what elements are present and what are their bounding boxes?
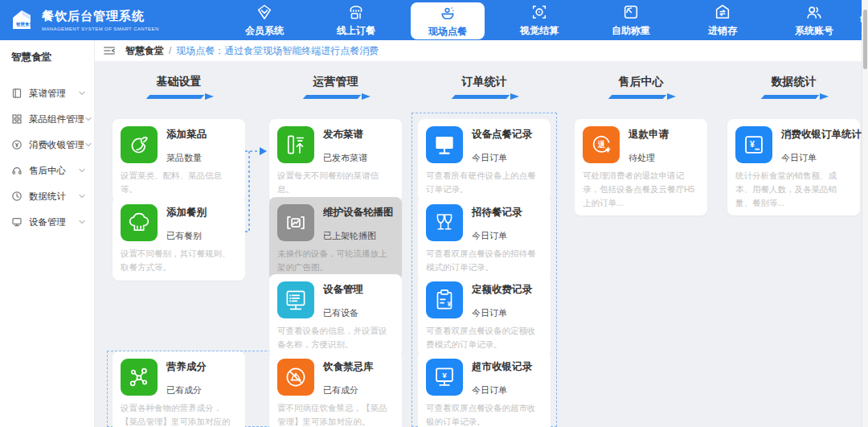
column-after-sales: 售后中心 退 退款申请 待处理 可处理消费者的退款申请记录，包括设备点餐及云餐厅… [575,62,707,427]
breadcrumb-separator: / [169,45,171,56]
sidebar-item-dish-components[interactable]: 菜品组件管理 [0,106,94,132]
card-subtitle: 已有成分 [166,384,207,396]
online-order-shop-icon [347,3,365,21]
breadcrumb-current: 现场点餐：通过食堂现场智能终端进行点餐消费 [176,44,379,58]
sidebar-title: 智慧食堂 [11,51,94,64]
card-title: 添加餐别 [166,206,207,220]
card-description: 未操作的设备，可轮流播放上架的广告图。 [277,247,394,274]
sidebar-item-menu-management[interactable]: 菜谱管理 [0,80,94,106]
card-subtitle: 今日订单 [781,152,862,164]
nav-online-ordering[interactable]: 线上订餐 [319,0,393,40]
card-description: 设置每天不同餐别的菜谱信息。 [277,169,394,196]
clipboard-yuan-icon: ¥ [426,281,463,318]
menu-book-icon [11,88,23,99]
nav-inventory[interactable]: 进销存 [686,0,760,40]
nav-system-account[interactable]: 系统账号 [777,0,851,40]
card-title: 退款申请 [628,128,669,142]
card-description: 设置各种食物的营养成分，【菜品管理】里可添加对应的食物及分... [121,401,237,427]
sidebar: 智慧食堂 菜谱管理 菜品组件管理 消费收银管理 售后中心 数据统计 设备管理 [0,40,95,427]
card-add-dish[interactable]: 添加菜品 菜品数量 设置菜类、配料、菜品信息等。 [113,119,245,203]
card-title: 发布菜谱 [323,128,367,142]
card-description: 可查看设备的信息，并设置设备名称，方便识别。 [277,324,394,351]
card-device-order-records[interactable]: 设备点餐记录 今日订单 可查看所有硬件设备上的点餐订单记录。 [418,119,551,203]
main-content: 基础设置 添加菜品 菜品数量 设置菜类、配料、菜品信息等。 [95,62,862,427]
card-description: 设置菜类、配料、菜品信息等。 [121,169,237,196]
visual-checkout-icon [530,3,548,21]
card-subtitle: 菜品数量 [166,152,207,164]
card-description: 可查看双屏点餐设备的定额收费模式的订单记录。 [426,324,542,351]
card-publish-menu[interactable]: 发布菜谱 已发布菜谱 设置每天不同餐别的菜谱信息。 [269,119,402,203]
app-subtitle: MANAGEMENT SYSTEM OF SMART CANTEEN [42,27,159,31]
app-title: 餐饮后台管理系统 [42,9,159,24]
yuan-square-icon: ¥ [735,126,772,163]
collapse-menu-icon[interactable] [103,45,116,56]
column-header: 运营管理 [269,75,402,101]
card-description: 可查看双屏点餐设备的招待餐模式的订单记录。 [426,247,542,274]
nav-visual-checkout[interactable]: 视觉结算 [502,0,576,40]
breadcrumb-root[interactable]: 智慧食堂 [125,44,164,58]
card-subtitle: 今日订单 [472,230,522,242]
sidebar-item-after-sales[interactable]: 售后中心 [0,158,94,183]
nav-self-weighing[interactable]: 自助称重 [594,0,668,40]
card-add-meal-type[interactable]: 添加餐别 已有餐别 设置不同餐别，其订餐规则、取餐方式等。 [113,197,245,281]
card-hospitality-meal-records[interactable]: 招待餐记录 今日订单 可查看双屏点餐设备的招待餐模式的订单记录。 [418,197,551,281]
card-subtitle: 今日订单 [472,384,532,396]
card-subtitle: 已有餐别 [166,230,207,242]
card-description: 统计分析食堂的销售额、成本、用餐人数，及各菜品销量、餐别等... [735,169,852,209]
card-subtitle: 已上架轮播图 [323,230,394,242]
card-title: 招待餐记录 [472,206,522,220]
card-fixed-fee-records[interactable]: ¥ 定额收费记录 今日订单 可查看双屏点餐设备的定额收费模式的订单记录。 [418,274,551,358]
card-device-management[interactable]: 设备管理 已有设备 可查看设备的信息，并设置设备名称，方便识别。 [269,274,402,358]
cashier-icon [11,139,23,150]
wine-glasses-icon [426,204,463,241]
sidebar-item-device-management[interactable]: 设备管理 [0,209,94,235]
card-title: 消费收银订单统计 [781,128,862,142]
arrow-swoosh-icon [301,93,371,101]
card-diet-taboo[interactable]: 饮食禁忌库 已有成分 置不同病症饮食禁忌，【菜品管理】里可添加对应的。 [269,351,402,427]
card-subtitle: 今日订单 [472,307,532,319]
chevron-down-icon [84,141,92,149]
column-order-stats: 订单统计 设备点餐记录 今日订单 可查看所有硬件设备上的点餐订单记录。 [418,62,551,427]
self-weighing-icon [622,3,640,21]
sidebar-item-statistics[interactable]: 数据统计 [0,183,94,209]
card-description: 置不同病症饮食禁忌，【菜品管理】里可添加对应的。 [277,401,394,427]
column-basic-settings: 基础设置 添加菜品 菜品数量 设置菜类、配料、菜品信息等。 [113,62,245,427]
card-title: 定额收费记录 [472,283,532,297]
column-header: 售后中心 [575,75,707,101]
vertical-scrollbar[interactable] [862,0,868,427]
card-description: 可处理消费者的退款申请记录，包括设备点餐及云餐厅H5上的订单... [583,169,699,209]
svg-text:¥: ¥ [442,371,447,380]
svg-text:¥: ¥ [750,139,755,149]
card-cashier-order-stats[interactable]: ¥ 消费收银订单统计 今日订单 统计分析食堂的销售额、成本、用餐人数，及各菜品销… [727,119,860,216]
column-operations: 运营管理 发布菜谱 已发布菜谱 设置每天不同餐别的菜谱信息。 [269,62,402,427]
card-nutrition[interactable]: 营养成分 已有成分 设置各种食物的营养成分，【菜品管理】里可添加对应的食物及分.… [113,351,245,427]
card-subtitle: 今日订单 [472,152,532,164]
publish-menu-icon [277,126,314,163]
scrollbar-thumb[interactable] [863,10,867,69]
device-icon [11,216,23,228]
card-supermarket-cashier-records[interactable]: ¥ 超市收银记录 今日订单 可查看双屏点餐设备的超市收银的订单记录。 [418,351,551,427]
svg-text:退: 退 [597,140,605,149]
monitor-yuan-icon: ¥ [426,359,463,396]
chevron-down-icon [78,89,86,97]
device-list-icon [277,281,314,318]
inventory-icon [714,3,731,21]
sidebar-item-cashier-management[interactable]: 消费收银管理 [0,132,94,158]
nav-member-system[interactable]: 会员系统 [227,0,301,40]
logo-icon: 智慧食堂 [8,6,35,34]
arrow-swoosh-icon [450,93,519,101]
nav-onsite-ordering[interactable]: 现场点餐 [411,2,485,39]
card-description: 可查看双屏点餐设备的超市收银的订单记录。 [426,401,542,427]
monitor-icon [426,126,463,163]
no-food-icon [277,359,314,396]
dish-components-icon [11,113,23,125]
molecule-icon [121,359,158,396]
card-refund-request[interactable]: 退 退款申请 待处理 可处理消费者的退款申请记录，包括设备点餐及云餐厅H5上的订… [575,119,707,216]
chef-hat-icon [121,204,158,241]
card-subtitle: 已发布菜谱 [323,152,367,164]
member-diamond-icon [256,3,273,21]
svg-text:智慧食堂: 智慧食堂 [15,22,35,27]
card-title: 添加菜品 [166,128,207,142]
card-device-carousel[interactable]: 维护设备轮播图 已上架轮播图 未操作的设备，可轮流播放上架的广告图。 [269,197,402,281]
column-header: 基础设置 [113,75,245,101]
